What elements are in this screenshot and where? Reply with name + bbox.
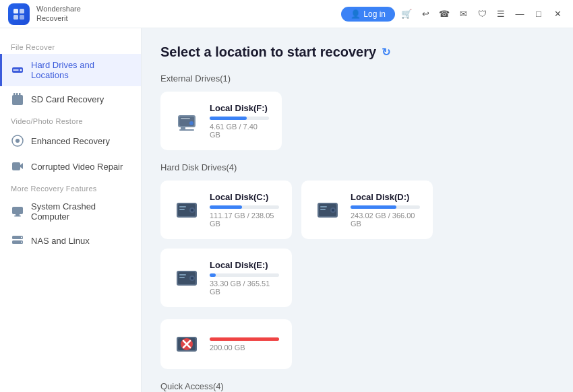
back-icon[interactable]: ↩ xyxy=(418,7,433,22)
svg-rect-10 xyxy=(19,93,21,96)
corrupted-drive-icon xyxy=(173,331,200,358)
svg-point-38 xyxy=(332,209,334,211)
app-brand: Wondershare Recoverit xyxy=(8,3,81,25)
svg-rect-23 xyxy=(181,127,185,129)
app-logo xyxy=(8,3,30,25)
drive-d-name: Local Disk(D:) xyxy=(351,192,420,202)
menu-icon[interactable]: ☰ xyxy=(493,7,508,22)
svg-point-5 xyxy=(20,69,22,71)
sidebar-item-system-crashed-label: System Crashed Computer xyxy=(31,201,130,222)
sidebar-section-video-photo: Video/Photo Restore xyxy=(0,112,141,128)
nas-linux-icon xyxy=(11,234,24,247)
cart-icon[interactable]: 🛒 xyxy=(399,7,414,22)
external-drives-row: Local Disk(F:) 4.61 GB / 7.40 GB xyxy=(160,92,554,150)
corrupted-bar-bg xyxy=(210,337,279,341)
main-layout: File Recover Hard Drives and Locations xyxy=(0,28,573,392)
drive-card-c[interactable]: Local Disk(C:) 111.17 GB / 238.05 GB xyxy=(160,181,292,239)
drive-card-e[interactable]: Local Disk(E:) 33.30 GB / 365.51 GB xyxy=(160,249,292,307)
svg-point-20 xyxy=(21,242,22,243)
shield-icon[interactable]: 🛡 xyxy=(475,7,489,22)
svg-rect-2 xyxy=(13,15,18,20)
sd-card-icon xyxy=(11,92,24,106)
svg-rect-7 xyxy=(12,95,23,105)
sidebar-item-corrupted-label: Corrupted Video Repair xyxy=(31,162,123,172)
enhanced-recovery-icon xyxy=(11,134,24,148)
svg-rect-14 xyxy=(12,207,23,214)
external-drive-icon xyxy=(173,108,200,135)
sidebar-item-nas-linux[interactable]: NAS and Linux xyxy=(0,228,141,253)
svg-rect-24 xyxy=(179,129,194,131)
drive-card-f[interactable]: Local Disk(F:) 4.61 GB / 7.40 GB xyxy=(160,92,282,150)
corrupted-size: 200.00 GB xyxy=(210,344,279,352)
close-icon[interactable]: ✕ xyxy=(550,7,565,22)
sidebar-item-hard-drives[interactable]: Hard Drives and Locations xyxy=(0,54,141,86)
drive-card-corrupted[interactable]: 200.00 GB xyxy=(160,319,292,369)
drive-c-size: 111.17 GB / 238.05 GB xyxy=(210,211,279,228)
svg-point-12 xyxy=(16,139,20,143)
mail-icon[interactable]: ✉ xyxy=(456,7,471,22)
svg-point-44 xyxy=(191,277,193,280)
drive-card-d[interactable]: Local Disk(D:) 243.02 GB / 366.00 GB xyxy=(301,181,433,239)
svg-rect-3 xyxy=(20,15,24,20)
sidebar-item-hard-drives-label: Hard Drives and Locations xyxy=(31,60,130,80)
svg-rect-16 xyxy=(14,216,21,217)
drive-f-bar-bg xyxy=(210,117,269,120)
quick-access-label: Quick Access(4) xyxy=(160,381,554,391)
content-area: Select a location to start recovery ↻ Ex… xyxy=(142,28,573,392)
phone-icon[interactable]: ☎ xyxy=(437,7,452,22)
drive-f-bar-fill xyxy=(210,117,247,120)
sidebar: File Recover Hard Drives and Locations xyxy=(0,28,142,392)
drive-c-bar-bg xyxy=(210,205,279,209)
svg-rect-15 xyxy=(16,214,20,216)
system-crashed-icon xyxy=(11,205,24,218)
sidebar-item-system-crashed[interactable]: System Crashed Computer xyxy=(0,195,141,228)
title-bar: Wondershare Recoverit 👤 Log in 🛒 ↩ ☎ ✉ 🛡… xyxy=(0,0,573,28)
sidebar-item-sd-card[interactable]: SD Card Recovery xyxy=(0,86,141,112)
svg-rect-41 xyxy=(179,274,186,275)
sidebar-item-sd-card-label: SD Card Recovery xyxy=(31,94,104,104)
minimize-icon[interactable]: — xyxy=(512,7,527,22)
hdd-e-icon xyxy=(173,265,200,292)
hdd-row-1: Local Disk(C:) 111.17 GB / 238.05 GB xyxy=(160,181,554,307)
sidebar-section-file-recover: File Recover xyxy=(0,38,141,54)
svg-rect-42 xyxy=(179,277,185,278)
svg-rect-0 xyxy=(13,9,18,13)
sidebar-item-nas-linux-label: NAS and Linux xyxy=(31,236,90,246)
maximize-icon[interactable]: □ xyxy=(531,7,546,22)
sidebar-item-corrupted-video[interactable]: Corrupted Video Repair xyxy=(0,154,141,179)
drive-e-name: Local Disk(E:) xyxy=(210,260,279,270)
svg-rect-13 xyxy=(12,162,20,170)
hdd-d-icon xyxy=(314,197,341,224)
drive-c-name: Local Disk(C:) xyxy=(210,192,279,202)
svg-rect-35 xyxy=(320,206,327,207)
svg-rect-8 xyxy=(13,93,16,96)
svg-rect-29 xyxy=(179,206,186,207)
drive-e-size: 33.30 GB / 365.51 GB xyxy=(210,280,279,296)
corrupted-drive-info: 200.00 GB xyxy=(210,337,279,352)
corrupted-video-icon xyxy=(11,160,24,173)
drive-f-name: Local Disk(F:) xyxy=(210,103,269,113)
drive-d-bar-fill xyxy=(351,205,396,209)
drive-d-bar-bg xyxy=(351,205,420,209)
svg-point-26 xyxy=(189,121,193,125)
hdd-c-icon xyxy=(173,197,200,224)
drive-d-size: 243.02 GB / 366.00 GB xyxy=(351,211,420,228)
svg-point-19 xyxy=(21,237,22,238)
drive-e-bar-fill xyxy=(210,273,216,277)
hard-drives-icon xyxy=(11,63,24,77)
login-button[interactable]: 👤 Log in xyxy=(341,7,395,22)
drive-f-info: Local Disk(F:) 4.61 GB / 7.40 GB xyxy=(210,103,269,139)
refresh-icon[interactable]: ↻ xyxy=(382,46,390,59)
svg-point-32 xyxy=(191,209,193,211)
hdd-row-2: 200.00 GB xyxy=(160,319,554,369)
drive-e-bar-bg xyxy=(210,273,279,277)
svg-rect-9 xyxy=(16,93,18,96)
drive-f-size: 4.61 GB / 7.40 GB xyxy=(210,123,269,139)
svg-rect-36 xyxy=(320,209,326,210)
svg-rect-1 xyxy=(20,9,24,13)
drive-c-bar-fill xyxy=(210,205,242,209)
hdd-label: Hard Disk Drives(4) xyxy=(160,162,554,172)
sidebar-item-enhanced-recovery[interactable]: Enhanced Recovery xyxy=(0,128,141,154)
svg-rect-30 xyxy=(179,209,185,210)
page-title: Select a location to start recovery ↻ xyxy=(160,44,554,60)
